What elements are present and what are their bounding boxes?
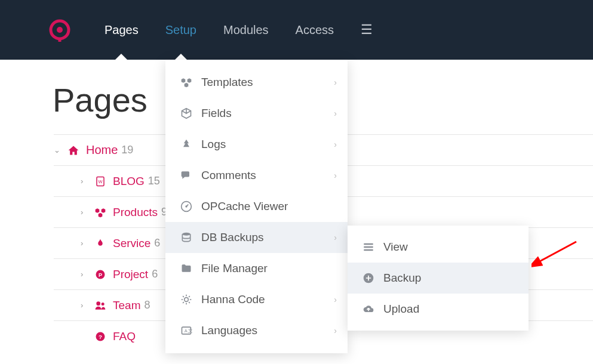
submenu-label: Upload — [383, 303, 419, 316]
svg-text:W: W — [98, 179, 103, 184]
svg-point-7 — [102, 303, 105, 306]
svg-point-12 — [182, 233, 190, 236]
submenu-label: View — [383, 240, 408, 254]
chevron-right-icon: › — [334, 233, 337, 242]
menu-label: Comments — [201, 169, 256, 182]
tree-count: 15 — [148, 175, 160, 187]
menu-label: Languages — [201, 324, 257, 337]
folder-icon — [179, 263, 194, 274]
nav-setup[interactable]: Setup — [165, 0, 196, 60]
chevron-right-icon: › — [334, 78, 337, 87]
cubes-icon — [179, 76, 194, 88]
svg-text:P: P — [99, 272, 102, 277]
chevron-right-icon: › — [334, 109, 337, 118]
tree-icon — [179, 138, 194, 150]
menu-filemanager[interactable]: File Manager — [165, 253, 348, 284]
menu-hannacode[interactable]: Hanna Code › — [165, 284, 348, 315]
tree-label: Service — [113, 237, 150, 250]
chevron-right-icon[interactable]: › — [81, 208, 88, 217]
menu-label: Fields — [201, 107, 232, 120]
submenu-upload[interactable]: Upload — [348, 294, 529, 325]
svg-point-11 — [185, 205, 187, 207]
menu-label: OPCache Viewer — [201, 200, 288, 213]
tree-count: 6 — [154, 237, 160, 249]
tree-label: Products — [113, 206, 158, 219]
question-icon: ? — [94, 331, 107, 342]
nav-modules[interactable]: Modules — [223, 0, 269, 60]
chevron-right-icon[interactable]: › — [81, 239, 88, 248]
chevron-down-icon[interactable]: ⌄ — [54, 146, 61, 155]
chevron-right-icon: › — [334, 171, 337, 180]
home-icon — [67, 144, 80, 156]
language-icon: A文 — [179, 325, 194, 337]
cubes-icon — [94, 206, 107, 218]
svg-text:?: ? — [99, 333, 102, 340]
svg-point-13 — [185, 298, 189, 302]
menu-dbbackups[interactable]: DB Backups › — [165, 222, 348, 253]
nav-pages[interactable]: Pages — [105, 0, 139, 60]
menu-templates[interactable]: Templates › — [165, 67, 348, 98]
hamburger-icon[interactable]: ☰ — [361, 22, 373, 38]
nav-items: Pages Setup Modules Access ☰ — [105, 0, 373, 60]
tree-count: 8 — [144, 299, 150, 311]
chevron-right-icon: › — [334, 140, 337, 149]
tree-label: Team — [113, 299, 140, 312]
plus-circle-icon — [361, 272, 376, 284]
svg-text:文: 文 — [188, 328, 193, 334]
tree-label: FAQ — [113, 330, 136, 343]
leaf-icon — [94, 238, 107, 249]
menu-comments[interactable]: Comments › — [165, 160, 348, 191]
cloud-upload-icon — [361, 303, 376, 315]
tree-label: Project — [113, 268, 148, 281]
chevron-right-icon[interactable]: › — [81, 301, 88, 310]
menu-label: File Manager — [201, 262, 268, 275]
cube-icon — [179, 107, 194, 119]
list-icon — [361, 241, 376, 253]
tree-count: 6 — [152, 268, 158, 280]
menu-languages[interactable]: A文 Languages › — [165, 315, 348, 346]
chevron-right-icon[interactable]: › — [81, 270, 88, 279]
tree-label: Home — [86, 143, 118, 157]
nav-access[interactable]: Access — [296, 0, 334, 60]
p-badge-icon: P — [94, 269, 107, 280]
logo-icon[interactable] — [48, 18, 72, 42]
users-icon — [94, 300, 107, 311]
chevron-right-icon: › — [334, 295, 337, 304]
submenu-view[interactable]: View — [348, 232, 529, 263]
setup-dropdown: Templates › Fields › Logs › Comments › O… — [165, 60, 348, 353]
menu-label: Templates — [201, 76, 253, 89]
submenu-label: Backup — [383, 272, 421, 285]
chevron-right-icon: › — [334, 326, 337, 335]
document-icon: W — [94, 176, 107, 187]
menu-label: Hanna Code — [201, 293, 265, 306]
tree-count: 19 — [121, 144, 133, 156]
menu-opcache[interactable]: OPCache Viewer — [165, 191, 348, 222]
menu-label: Logs — [201, 138, 226, 151]
menu-logs[interactable]: Logs › — [165, 129, 348, 160]
menu-fields[interactable]: Fields › — [165, 98, 348, 129]
comments-icon — [179, 169, 194, 181]
svg-text:A: A — [185, 328, 188, 334]
dashboard-icon — [179, 200, 194, 212]
dbbackups-submenu: View Backup Upload — [348, 226, 529, 331]
tree-label: BLOG — [113, 175, 145, 188]
database-icon — [179, 232, 194, 243]
svg-point-1 — [57, 27, 63, 33]
svg-point-6 — [96, 301, 100, 306]
sun-icon — [179, 294, 194, 306]
chevron-right-icon[interactable]: › — [81, 177, 88, 186]
submenu-backup[interactable]: Backup — [348, 263, 529, 294]
top-navigation: Pages Setup Modules Access ☰ — [0, 0, 593, 60]
menu-label: DB Backups — [201, 231, 264, 244]
